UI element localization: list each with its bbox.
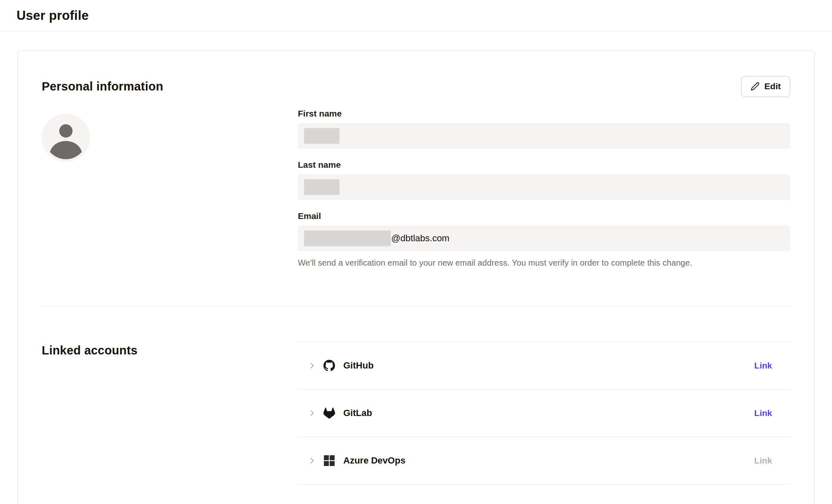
account-row-azure-devops[interactable]: Azure DevOps Link	[298, 437, 790, 485]
account-row-gitlab[interactable]: GitLab Link	[298, 390, 790, 437]
linked-accounts-list: GitHub Link GitLab Link	[298, 342, 790, 485]
first-name-label: First name	[298, 109, 790, 119]
last-name-group: Last name	[298, 160, 790, 200]
page-header: User profile	[0, 0, 832, 31]
email-group: Email @dbtlabs.com We'll send a verifica…	[298, 211, 790, 268]
avatar	[42, 114, 90, 162]
redacted-first-name	[304, 128, 340, 144]
first-name-group: First name	[298, 109, 790, 149]
gitlab-link-action[interactable]: Link	[754, 408, 772, 418]
last-name-field[interactable]	[298, 174, 790, 200]
redacted-last-name	[304, 179, 340, 195]
azure-devops-link-action: Link	[754, 456, 772, 466]
profile-card: Personal information Edit	[17, 50, 815, 504]
account-name: Azure DevOps	[343, 455, 405, 466]
email-label: Email	[298, 211, 790, 221]
account-name: GitHub	[343, 360, 373, 371]
section-divider	[42, 306, 790, 306]
first-name-field[interactable]	[298, 123, 790, 149]
account-name: GitLab	[343, 408, 372, 418]
linked-accounts-title: Linked accounts	[42, 344, 298, 357]
redacted-email-local-part	[304, 231, 391, 246]
edit-button[interactable]: Edit	[741, 76, 790, 97]
chevron-right-icon[interactable]	[308, 456, 316, 465]
github-icon	[323, 360, 335, 371]
last-name-label: Last name	[298, 160, 790, 170]
edit-button-label: Edit	[764, 81, 781, 91]
azure-devops-icon	[323, 455, 335, 466]
chevron-right-icon[interactable]	[308, 409, 316, 417]
chevron-right-icon[interactable]	[308, 361, 316, 370]
email-field[interactable]: @dbtlabs.com	[298, 226, 790, 251]
page-title: User profile	[17, 8, 89, 23]
github-link-action[interactable]: Link	[754, 361, 772, 371]
gitlab-icon	[323, 407, 335, 419]
user-silhouette-icon	[42, 114, 90, 162]
pencil-icon	[751, 82, 760, 91]
email-helper-text: We'll send a verification email to your …	[298, 258, 790, 268]
email-domain-text: @dbtlabs.com	[391, 233, 449, 244]
account-row-github[interactable]: GitHub Link	[298, 342, 790, 390]
personal-info-title: Personal information	[42, 80, 163, 93]
